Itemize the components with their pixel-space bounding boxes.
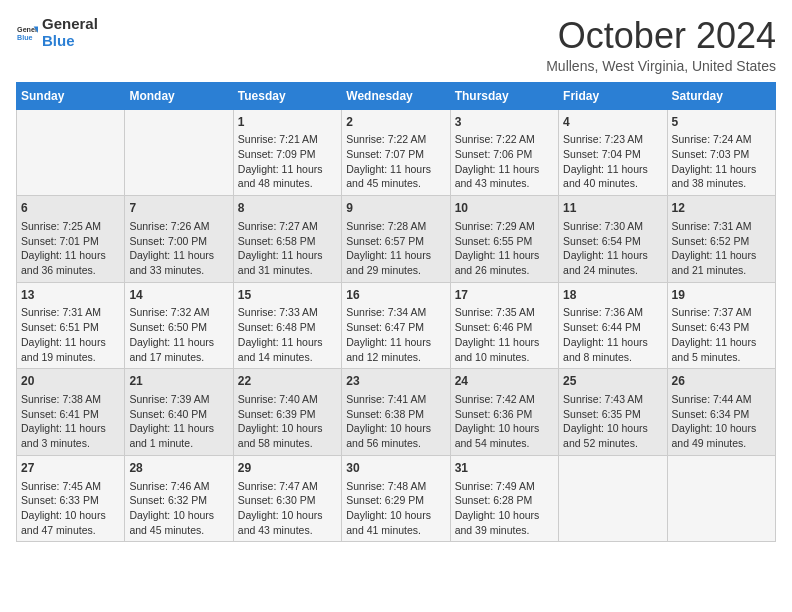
day-number: 6 [21, 200, 120, 217]
calendar-cell [667, 455, 775, 542]
calendar-week-row: 6Sunrise: 7:25 AMSunset: 7:01 PMDaylight… [17, 196, 776, 283]
calendar-cell: 7Sunrise: 7:26 AMSunset: 7:00 PMDaylight… [125, 196, 233, 283]
day-info: Sunrise: 7:34 AMSunset: 6:47 PMDaylight:… [346, 305, 445, 364]
calendar-cell: 12Sunrise: 7:31 AMSunset: 6:52 PMDayligh… [667, 196, 775, 283]
month-title: October 2024 [546, 16, 776, 56]
day-info: Sunrise: 7:40 AMSunset: 6:39 PMDaylight:… [238, 392, 337, 451]
day-number: 19 [672, 287, 771, 304]
calendar-week-row: 13Sunrise: 7:31 AMSunset: 6:51 PMDayligh… [17, 282, 776, 369]
calendar-table: SundayMondayTuesdayWednesdayThursdayFrid… [16, 82, 776, 543]
day-number: 18 [563, 287, 662, 304]
day-number: 5 [672, 114, 771, 131]
day-info: Sunrise: 7:30 AMSunset: 6:54 PMDaylight:… [563, 219, 662, 278]
day-number: 1 [238, 114, 337, 131]
calendar-cell: 15Sunrise: 7:33 AMSunset: 6:48 PMDayligh… [233, 282, 341, 369]
day-number: 16 [346, 287, 445, 304]
day-info: Sunrise: 7:32 AMSunset: 6:50 PMDaylight:… [129, 305, 228, 364]
location: Mullens, West Virginia, United States [546, 58, 776, 74]
calendar-cell: 23Sunrise: 7:41 AMSunset: 6:38 PMDayligh… [342, 369, 450, 456]
day-header-thursday: Thursday [450, 82, 558, 109]
day-info: Sunrise: 7:42 AMSunset: 6:36 PMDaylight:… [455, 392, 554, 451]
calendar-cell: 16Sunrise: 7:34 AMSunset: 6:47 PMDayligh… [342, 282, 450, 369]
day-number: 23 [346, 373, 445, 390]
day-number: 26 [672, 373, 771, 390]
day-number: 8 [238, 200, 337, 217]
calendar-cell: 18Sunrise: 7:36 AMSunset: 6:44 PMDayligh… [559, 282, 667, 369]
calendar-cell: 10Sunrise: 7:29 AMSunset: 6:55 PMDayligh… [450, 196, 558, 283]
page-header: General Blue General Blue October 2024 M… [16, 16, 776, 74]
day-header-friday: Friday [559, 82, 667, 109]
calendar-cell: 13Sunrise: 7:31 AMSunset: 6:51 PMDayligh… [17, 282, 125, 369]
day-number: 3 [455, 114, 554, 131]
day-number: 27 [21, 460, 120, 477]
day-number: 7 [129, 200, 228, 217]
day-info: Sunrise: 7:36 AMSunset: 6:44 PMDaylight:… [563, 305, 662, 364]
calendar-week-row: 27Sunrise: 7:45 AMSunset: 6:33 PMDayligh… [17, 455, 776, 542]
title-block: October 2024 Mullens, West Virginia, Uni… [546, 16, 776, 74]
day-info: Sunrise: 7:22 AMSunset: 7:07 PMDaylight:… [346, 132, 445, 191]
day-info: Sunrise: 7:31 AMSunset: 6:51 PMDaylight:… [21, 305, 120, 364]
logo-icon: General Blue [16, 22, 38, 44]
logo-text-general: General [42, 16, 98, 33]
day-info: Sunrise: 7:27 AMSunset: 6:58 PMDaylight:… [238, 219, 337, 278]
day-number: 13 [21, 287, 120, 304]
day-info: Sunrise: 7:23 AMSunset: 7:04 PMDaylight:… [563, 132, 662, 191]
calendar-cell [17, 109, 125, 196]
calendar-cell: 31Sunrise: 7:49 AMSunset: 6:28 PMDayligh… [450, 455, 558, 542]
calendar-cell: 17Sunrise: 7:35 AMSunset: 6:46 PMDayligh… [450, 282, 558, 369]
day-number: 20 [21, 373, 120, 390]
day-number: 12 [672, 200, 771, 217]
calendar-cell: 11Sunrise: 7:30 AMSunset: 6:54 PMDayligh… [559, 196, 667, 283]
day-number: 17 [455, 287, 554, 304]
day-number: 9 [346, 200, 445, 217]
day-info: Sunrise: 7:39 AMSunset: 6:40 PMDaylight:… [129, 392, 228, 451]
day-info: Sunrise: 7:47 AMSunset: 6:30 PMDaylight:… [238, 479, 337, 538]
day-info: Sunrise: 7:44 AMSunset: 6:34 PMDaylight:… [672, 392, 771, 451]
calendar-cell: 20Sunrise: 7:38 AMSunset: 6:41 PMDayligh… [17, 369, 125, 456]
day-info: Sunrise: 7:24 AMSunset: 7:03 PMDaylight:… [672, 132, 771, 191]
day-number: 29 [238, 460, 337, 477]
calendar-header-row: SundayMondayTuesdayWednesdayThursdayFrid… [17, 82, 776, 109]
calendar-cell: 21Sunrise: 7:39 AMSunset: 6:40 PMDayligh… [125, 369, 233, 456]
day-info: Sunrise: 7:45 AMSunset: 6:33 PMDaylight:… [21, 479, 120, 538]
day-info: Sunrise: 7:25 AMSunset: 7:01 PMDaylight:… [21, 219, 120, 278]
day-number: 15 [238, 287, 337, 304]
day-info: Sunrise: 7:38 AMSunset: 6:41 PMDaylight:… [21, 392, 120, 451]
day-number: 28 [129, 460, 228, 477]
day-header-monday: Monday [125, 82, 233, 109]
calendar-cell: 5Sunrise: 7:24 AMSunset: 7:03 PMDaylight… [667, 109, 775, 196]
day-info: Sunrise: 7:29 AMSunset: 6:55 PMDaylight:… [455, 219, 554, 278]
day-header-wednesday: Wednesday [342, 82, 450, 109]
day-number: 14 [129, 287, 228, 304]
day-number: 30 [346, 460, 445, 477]
day-number: 2 [346, 114, 445, 131]
day-number: 11 [563, 200, 662, 217]
day-info: Sunrise: 7:46 AMSunset: 6:32 PMDaylight:… [129, 479, 228, 538]
calendar-cell: 24Sunrise: 7:42 AMSunset: 6:36 PMDayligh… [450, 369, 558, 456]
day-info: Sunrise: 7:26 AMSunset: 7:00 PMDaylight:… [129, 219, 228, 278]
day-info: Sunrise: 7:28 AMSunset: 6:57 PMDaylight:… [346, 219, 445, 278]
logo-text-blue: Blue [42, 33, 98, 50]
calendar-cell: 4Sunrise: 7:23 AMSunset: 7:04 PMDaylight… [559, 109, 667, 196]
day-number: 4 [563, 114, 662, 131]
day-number: 21 [129, 373, 228, 390]
day-number: 31 [455, 460, 554, 477]
day-header-sunday: Sunday [17, 82, 125, 109]
day-info: Sunrise: 7:35 AMSunset: 6:46 PMDaylight:… [455, 305, 554, 364]
calendar-cell: 8Sunrise: 7:27 AMSunset: 6:58 PMDaylight… [233, 196, 341, 283]
day-info: Sunrise: 7:31 AMSunset: 6:52 PMDaylight:… [672, 219, 771, 278]
day-info: Sunrise: 7:21 AMSunset: 7:09 PMDaylight:… [238, 132, 337, 191]
day-info: Sunrise: 7:33 AMSunset: 6:48 PMDaylight:… [238, 305, 337, 364]
calendar-cell: 1Sunrise: 7:21 AMSunset: 7:09 PMDaylight… [233, 109, 341, 196]
calendar-cell [559, 455, 667, 542]
calendar-cell [125, 109, 233, 196]
calendar-cell: 6Sunrise: 7:25 AMSunset: 7:01 PMDaylight… [17, 196, 125, 283]
day-number: 24 [455, 373, 554, 390]
calendar-cell: 29Sunrise: 7:47 AMSunset: 6:30 PMDayligh… [233, 455, 341, 542]
day-info: Sunrise: 7:49 AMSunset: 6:28 PMDaylight:… [455, 479, 554, 538]
day-info: Sunrise: 7:37 AMSunset: 6:43 PMDaylight:… [672, 305, 771, 364]
calendar-cell: 28Sunrise: 7:46 AMSunset: 6:32 PMDayligh… [125, 455, 233, 542]
calendar-cell: 3Sunrise: 7:22 AMSunset: 7:06 PMDaylight… [450, 109, 558, 196]
calendar-cell: 19Sunrise: 7:37 AMSunset: 6:43 PMDayligh… [667, 282, 775, 369]
calendar-cell: 27Sunrise: 7:45 AMSunset: 6:33 PMDayligh… [17, 455, 125, 542]
